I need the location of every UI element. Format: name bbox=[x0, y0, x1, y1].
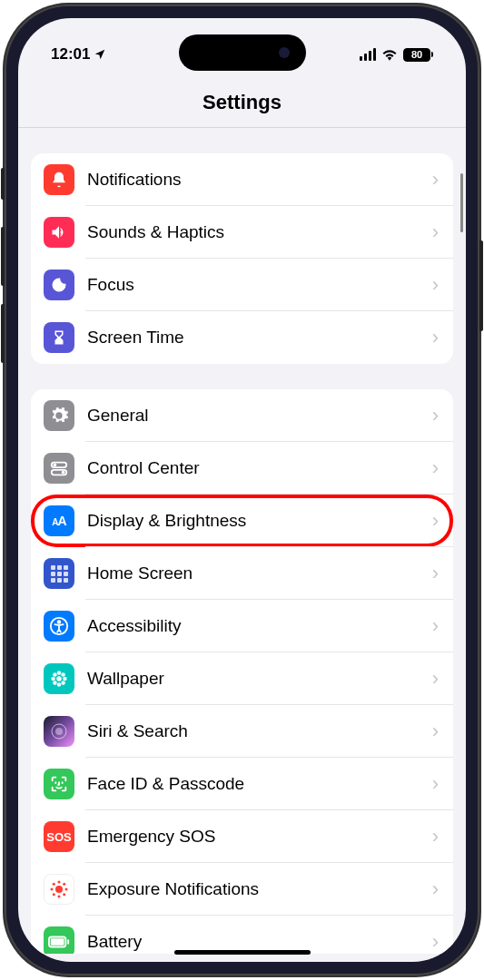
chevron-right-icon: › bbox=[432, 456, 439, 480]
row-general[interactable]: General › bbox=[31, 389, 453, 442]
chevron-right-icon: › bbox=[432, 930, 439, 954]
toggle-icon bbox=[44, 453, 74, 484]
row-label: Notifications bbox=[87, 170, 432, 190]
row-label: Face ID & Passcode bbox=[87, 774, 432, 794]
svg-point-6 bbox=[56, 676, 62, 681]
phone-frame: 12:01 80 Settings bbox=[5, 5, 479, 975]
row-wallpaper[interactable]: Wallpaper › bbox=[31, 652, 453, 705]
svg-point-1 bbox=[54, 464, 57, 467]
svg-rect-27 bbox=[67, 939, 69, 945]
row-label: General bbox=[87, 406, 432, 426]
speaker-icon bbox=[44, 217, 74, 248]
svg-point-3 bbox=[62, 471, 65, 475]
bell-icon bbox=[44, 164, 74, 195]
chevron-right-icon: › bbox=[432, 273, 439, 297]
chevron-right-icon: › bbox=[432, 404, 439, 427]
svg-point-22 bbox=[53, 883, 55, 886]
svg-point-13 bbox=[53, 681, 57, 685]
chevron-right-icon: › bbox=[432, 220, 439, 244]
row-exposure[interactable]: Exposure Notifications › bbox=[31, 863, 453, 916]
signal-icon bbox=[360, 48, 376, 61]
chevron-right-icon: › bbox=[432, 772, 439, 796]
svg-point-16 bbox=[55, 728, 63, 735]
phone-side-button-right bbox=[479, 240, 483, 331]
row-notifications[interactable]: Notifications › bbox=[31, 153, 453, 206]
row-label: Screen Time bbox=[87, 328, 432, 348]
svg-point-8 bbox=[57, 682, 62, 687]
row-label: Wallpaper bbox=[87, 669, 432, 689]
svg-point-11 bbox=[53, 672, 57, 677]
svg-point-19 bbox=[58, 896, 61, 898]
wifi-icon bbox=[381, 48, 398, 61]
row-controlcenter[interactable]: Control Center › bbox=[31, 442, 453, 495]
row-faceid[interactable]: Face ID & Passcode › bbox=[31, 758, 453, 810]
chevron-right-icon: › bbox=[432, 720, 439, 743]
row-label: Siri & Search bbox=[87, 721, 432, 741]
home-indicator[interactable] bbox=[174, 950, 311, 955]
chevron-right-icon: › bbox=[432, 825, 439, 848]
chevron-right-icon: › bbox=[432, 614, 439, 638]
siri-icon bbox=[44, 716, 74, 747]
row-label: Focus bbox=[87, 275, 432, 295]
accessibility-icon bbox=[44, 611, 74, 642]
page-title: Settings bbox=[202, 91, 282, 113]
battery-icon: 80 bbox=[403, 48, 433, 62]
svg-point-12 bbox=[61, 672, 65, 677]
svg-point-23 bbox=[63, 883, 65, 886]
svg-point-9 bbox=[51, 677, 55, 681]
svg-point-10 bbox=[63, 677, 67, 681]
battery-percent: 80 bbox=[411, 49, 422, 60]
exposure-icon bbox=[44, 874, 74, 905]
row-siri[interactable]: Siri & Search › bbox=[31, 705, 453, 758]
row-label: Emergency SOS bbox=[87, 827, 432, 847]
screen: 12:01 80 Settings bbox=[18, 18, 466, 962]
section-2: General › Control Center › AA Display & … bbox=[31, 389, 453, 954]
row-accessibility[interactable]: Accessibility › bbox=[31, 600, 453, 652]
row-label: Sounds & Haptics bbox=[87, 222, 432, 242]
content-scroll[interactable]: Notifications › Sounds & Haptics › Focus… bbox=[18, 128, 466, 954]
svg-rect-28 bbox=[51, 938, 64, 945]
flower-icon bbox=[44, 663, 74, 694]
row-focus[interactable]: Focus › bbox=[31, 259, 453, 311]
status-left: 12:01 bbox=[51, 45, 106, 64]
battery-icon bbox=[44, 926, 74, 954]
scrollbar-indicator[interactable] bbox=[460, 173, 463, 232]
row-label: Exposure Notifications bbox=[87, 879, 432, 899]
row-screentime[interactable]: Screen Time › bbox=[31, 311, 453, 364]
row-display[interactable]: AA Display & Brightness › bbox=[31, 495, 453, 547]
svg-point-17 bbox=[55, 886, 63, 893]
chevron-right-icon: › bbox=[432, 562, 439, 585]
chevron-right-icon: › bbox=[432, 877, 439, 901]
phone-side-buttons-left bbox=[1, 168, 5, 381]
svg-point-7 bbox=[57, 671, 62, 675]
chevron-right-icon: › bbox=[432, 168, 439, 191]
faceid-icon bbox=[44, 769, 74, 799]
header: Settings bbox=[18, 73, 466, 128]
chevron-right-icon: › bbox=[432, 509, 439, 533]
hourglass-icon bbox=[44, 322, 74, 353]
textsize-icon: AA bbox=[44, 505, 74, 536]
svg-point-24 bbox=[53, 893, 55, 896]
grid-icon bbox=[44, 558, 74, 589]
chevron-right-icon: › bbox=[432, 326, 439, 349]
chevron-right-icon: › bbox=[432, 667, 439, 691]
row-label: Home Screen bbox=[87, 564, 432, 583]
row-sounds[interactable]: Sounds & Haptics › bbox=[31, 206, 453, 259]
row-homescreen[interactable]: Home Screen › bbox=[31, 547, 453, 600]
status-right: 80 bbox=[360, 48, 433, 62]
row-sos[interactable]: SOS Emergency SOS › bbox=[31, 810, 453, 863]
status-time: 12:01 bbox=[51, 45, 90, 64]
row-label: Control Center bbox=[87, 458, 432, 478]
svg-point-14 bbox=[61, 681, 65, 685]
row-label: Display & Brightness bbox=[87, 511, 432, 531]
location-icon bbox=[94, 48, 106, 61]
row-battery[interactable]: Battery › bbox=[31, 916, 453, 954]
moon-icon bbox=[44, 270, 74, 300]
sos-icon: SOS bbox=[44, 821, 74, 852]
row-label: Battery bbox=[87, 932, 432, 952]
svg-point-18 bbox=[58, 881, 61, 884]
svg-point-5 bbox=[58, 621, 61, 623]
svg-point-25 bbox=[63, 893, 65, 896]
svg-point-21 bbox=[65, 888, 68, 891]
dynamic-island bbox=[179, 34, 306, 71]
